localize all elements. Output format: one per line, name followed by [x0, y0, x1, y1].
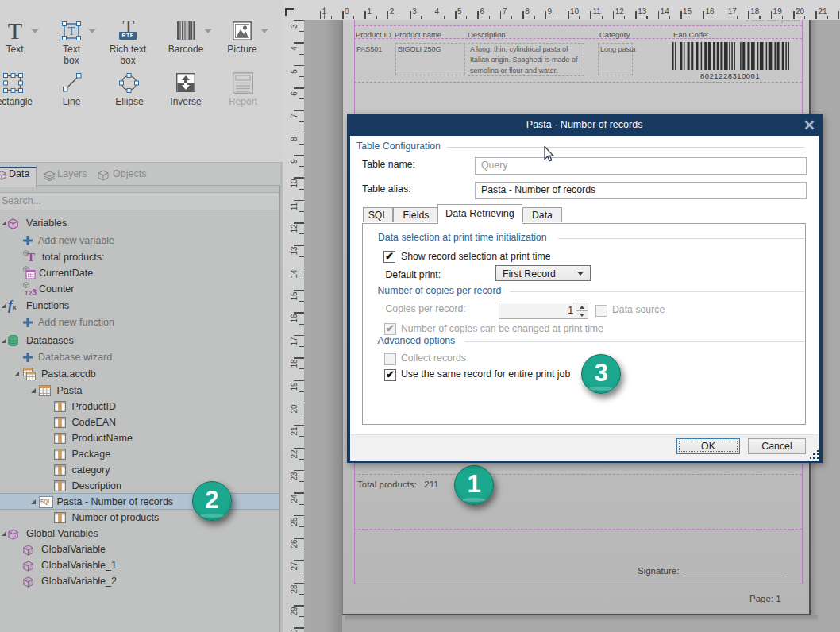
svg-text:T: T: [68, 25, 75, 37]
